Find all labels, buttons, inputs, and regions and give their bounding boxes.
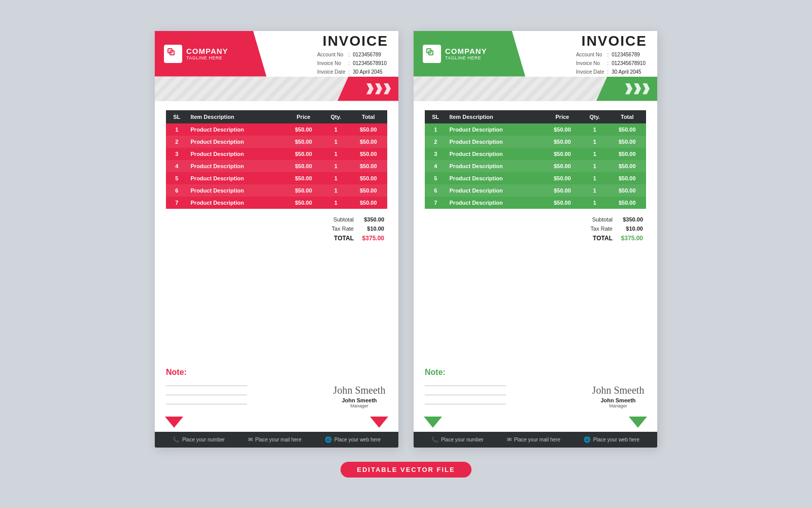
row-total: $50.00 [608,184,646,197]
row-desc: Product Description [188,148,285,160]
chevron-2 [375,83,382,94]
row-sl: 2 [425,136,447,148]
row-desc: Product Description [447,148,544,160]
row-price: $50.00 [544,123,582,136]
row-sl: 5 [166,172,188,184]
header-left: COMPANY TAGLINE HERE [155,31,261,77]
row-desc: Product Description [188,160,285,172]
table-row: 6 Product Description $50.00 1 $50.00 [166,184,387,197]
total-label: TOTAL [588,233,616,243]
row-total: $50.00 [349,184,387,197]
table-header-row: SL Item Description Price Qty. Total [425,110,646,123]
row-qty: 1 [322,197,349,209]
row-total: $50.00 [349,197,387,209]
footer-bar: 📞 Place your number ✉ Place your mail he… [155,432,398,448]
tax-value: $10.00 [357,224,387,233]
invoice-date-value: 30 April 2045 [351,68,388,76]
totals-section: Subtotal $350.00 Tax Rate $10.00 TOTAL $… [155,213,398,245]
row-qty: 1 [581,123,608,136]
note-line-3 [166,399,247,404]
row-qty: 1 [581,184,608,197]
row-desc: Product Description [447,184,544,197]
row-price: $50.00 [285,184,323,197]
note-line-2 [425,390,506,395]
invoice-date-value: 30 April 2045 [610,68,647,76]
row-qty: 1 [322,136,349,148]
tax-row: Tax Rate $10.00 [329,224,387,233]
tax-label: Tax Rate [329,224,357,233]
row-qty: 1 [581,197,608,209]
chevron-1 [625,83,632,94]
email-text: Place your mail here [514,437,560,442]
row-qty: 1 [322,160,349,172]
row-qty: 1 [581,136,608,148]
header-left: COMPANY TAGLINE HERE [414,31,520,77]
note-area: Note: [425,368,590,408]
footer-phone: 📞 Place your number [173,436,225,443]
row-qty: 1 [581,160,608,172]
row-price: $50.00 [544,148,582,160]
logo-text: COMPANY TAGLINE HERE [445,47,487,60]
row-total: $50.00 [608,197,646,209]
row-price: $50.00 [544,136,582,148]
col-qty: Qty. [581,110,608,123]
footer-email: ✉ Place your mail here [248,436,301,443]
signature-area: John Smeeth John Smeeth Manager [331,385,387,408]
tax-label: Tax Rate [588,224,616,233]
totals-section: Subtotal $350.00 Tax Rate $10.00 TOTAL $… [414,213,657,245]
signature-script: John Smeeth [590,385,646,396]
table-row: 1 Product Description $50.00 1 $50.00 [166,123,387,136]
chevron-2 [634,83,641,94]
totals-table: Subtotal $350.00 Tax Rate $10.00 TOTAL $… [329,215,387,243]
row-desc: Product Description [188,184,285,197]
invoice-date-label: Invoice Date [574,68,606,76]
row-desc: Product Description [447,197,544,209]
note-line-3 [425,399,506,404]
logo-text: COMPANY TAGLINE HERE [186,47,228,60]
chevron-3 [642,83,650,94]
note-line-1 [166,381,247,386]
web-text: Place your web here [593,437,639,442]
total-row: TOTAL $375.00 [329,233,387,243]
row-price: $50.00 [285,148,323,160]
phone-icon: 📞 [173,436,180,443]
row-sl: 3 [166,148,188,160]
invoice-title: INVOICE [582,33,647,49]
account-no-label: Account No [316,50,347,59]
totals-table: Subtotal $350.00 Tax Rate $10.00 TOTAL $… [588,215,646,243]
row-sl: 6 [166,184,188,197]
row-sl: 4 [166,160,188,172]
row-sl: 4 [425,160,447,172]
invoice-meta: Account No : 0123456789 Invoice No : 012… [574,50,647,76]
row-desc: Product Description [447,123,544,136]
signature-name: John Smeeth [590,397,646,403]
footer-web: 🌐 Place your web here [325,436,381,443]
invoice-date-label: Invoice Date [316,68,347,76]
header-right: INVOICE Account No : 0123456789 Invoice … [261,31,398,77]
table-row: 5 Product Description $50.00 1 $50.00 [166,172,387,184]
row-desc: Product Description [447,172,544,184]
subtotal-value: $350.00 [357,215,387,224]
col-desc: Item Description [447,110,544,123]
invoice-meta: Account No : 0123456789 Invoice No : 012… [316,50,388,76]
email-icon: ✉ [507,436,512,443]
table-section: SL Item Description Price Qty. Total 1 P… [414,101,657,213]
stripe-chevrons [625,83,650,94]
invoice-table: SL Item Description Price Qty. Total 1 P… [425,110,646,209]
table-body: 1 Product Description $50.00 1 $50.00 2 … [425,123,646,209]
invoices-wrapper: COMPANY TAGLINE HERE INVOICE Account No … [155,31,657,448]
col-sl: SL [166,110,188,123]
total-value: $375.00 [357,233,387,243]
web-icon: 🌐 [325,436,332,443]
table-row: 7 Product Description $50.00 1 $50.00 [166,197,387,209]
table-body: 1 Product Description $50.00 1 $50.00 2 … [166,123,387,209]
footer-phone: 📞 Place your number [431,436,484,443]
phone-text: Place your number [182,437,225,442]
row-desc: Product Description [188,123,285,136]
account-no-value: 0123456789 [351,50,388,59]
col-total: Total [349,110,387,123]
note-label: Note: [425,368,590,377]
total-value: $375.00 [616,233,646,243]
invoice-no-label: Invoice No [574,59,606,68]
phone-icon: 📞 [431,436,438,443]
